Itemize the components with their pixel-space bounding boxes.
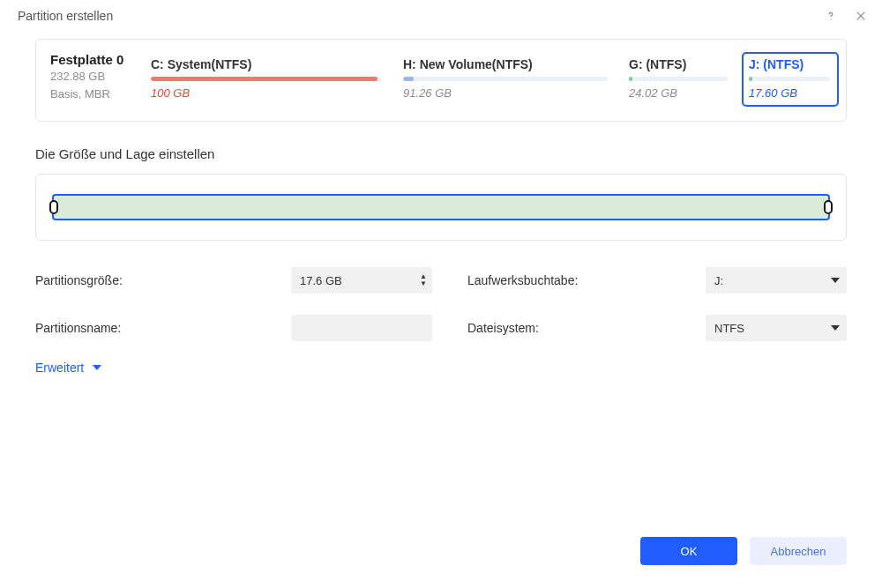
- partition-label: C: System(NTFS): [151, 57, 382, 71]
- advanced-toggle[interactable]: Erweitert: [35, 361, 101, 375]
- size-slider-card: [35, 174, 847, 241]
- disk-name: Festplatte 0: [50, 52, 130, 67]
- partition-size-value: 17.6 GB: [300, 274, 342, 287]
- disk-card: Festplatte 0 232.88 GB Basis, MBR C: Sys…: [35, 39, 847, 122]
- chevron-down-icon: [831, 325, 840, 331]
- partition-usage-bar: [403, 77, 608, 81]
- svg-point-0: [830, 19, 831, 19]
- partition-item[interactable]: G: (NTFS)24.02 GB: [622, 52, 736, 107]
- partition-size: 24.02 GB: [629, 86, 728, 100]
- partition-size-label: Partitionsgröße:: [35, 273, 256, 287]
- partition-item[interactable]: H: New Volume(NTFS)91.26 GB: [396, 52, 617, 107]
- partitions-row: C: System(NTFS)100 GBH: New Volume(NTFS)…: [144, 52, 839, 107]
- help-icon[interactable]: [824, 9, 838, 23]
- partition-size: 100 GB: [151, 86, 382, 100]
- chevron-down-icon: [831, 278, 840, 283]
- size-position-title: Die Größe und Lage einstellen: [35, 146, 847, 161]
- partition-size-input[interactable]: 17.6 GB ▲ ▼: [291, 267, 432, 294]
- chevron-down-icon: [93, 365, 101, 370]
- partition-usage-bar: [749, 77, 830, 81]
- partition-slider-track[interactable]: [52, 194, 830, 220]
- filesystem-select[interactable]: NTFS: [706, 315, 847, 341]
- partition-label: H: New Volume(NTFS): [403, 57, 608, 71]
- disk-info: Festplatte 0 232.88 GB Basis, MBR: [50, 52, 130, 102]
- partition-item[interactable]: C: System(NTFS)100 GB: [144, 52, 391, 107]
- ok-button[interactable]: OK: [640, 537, 737, 565]
- partition-usage-bar: [151, 77, 382, 81]
- slider-grip-right[interactable]: [824, 200, 833, 214]
- partition-size: 91.26 GB: [403, 86, 608, 100]
- filesystem-value: NTFS: [714, 322, 744, 335]
- close-icon[interactable]: [854, 9, 868, 23]
- size-spinner[interactable]: ▲ ▼: [420, 267, 427, 294]
- partition-name-input[interactable]: [291, 315, 432, 341]
- drive-letter-value: J:: [714, 274, 723, 287]
- partition-item[interactable]: J: (NTFS)17.60 GB: [742, 52, 839, 107]
- title-bar: Partition erstellen: [0, 0, 882, 30]
- partition-name-label: Partitionsname:: [35, 321, 256, 335]
- partition-size: 17.60 GB: [749, 86, 830, 100]
- spinner-down-icon[interactable]: ▼: [420, 280, 427, 287]
- filesystem-label: Dateisystem:: [467, 321, 670, 335]
- drive-letter-label: Laufwerksbuchtabe:: [467, 273, 670, 287]
- drive-letter-select[interactable]: J:: [706, 267, 847, 294]
- disk-type: Basis, MBR: [50, 86, 130, 102]
- cancel-button[interactable]: Abbrechen: [750, 537, 847, 565]
- window-title: Partition erstellen: [18, 9, 113, 23]
- advanced-label: Erweitert: [35, 361, 84, 375]
- partition-usage-bar: [629, 77, 728, 81]
- disk-size: 232.88 GB: [50, 69, 130, 85]
- partition-label: J: (NTFS): [749, 57, 830, 71]
- partition-label: G: (NTFS): [629, 57, 728, 71]
- slider-grip-left[interactable]: [49, 200, 58, 214]
